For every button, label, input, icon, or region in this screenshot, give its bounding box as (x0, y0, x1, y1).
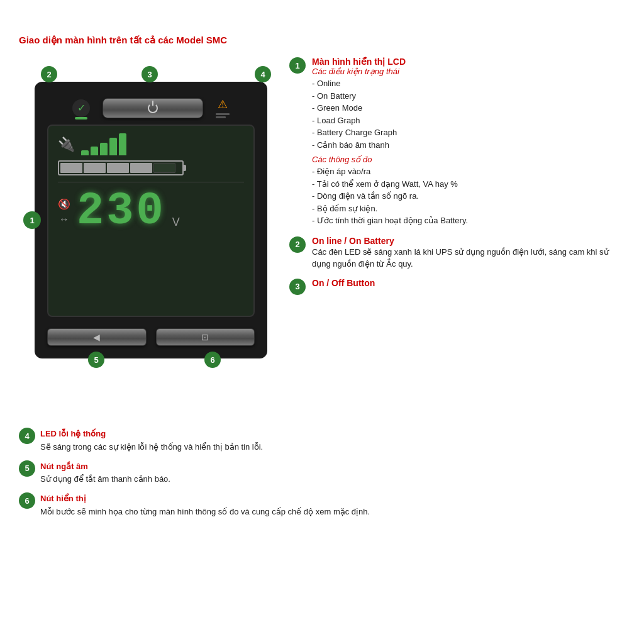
desc-title-3: On / Off Button (312, 278, 629, 288)
sound-mute-icon: 🔇 (58, 198, 70, 210)
bottom-item-4: 4 LED lỗi hệ thống Sẽ sáng trong các sự … (19, 428, 623, 454)
device-bottom-buttons: ◀ ⊡ (47, 328, 255, 346)
lcd-divider (58, 182, 244, 182)
desc-badge-3: 3 (289, 279, 306, 295)
bottom-badge-5: 5 (19, 460, 35, 477)
check-icon: ✓ (77, 102, 86, 114)
on-off-button[interactable] (103, 98, 203, 118)
page-title: Giao diện màn hình trên tất cả các Model… (19, 35, 227, 46)
desc-text-2: Các đèn LED sẽ sáng xanh lá khi UPS sử d… (312, 246, 629, 270)
desc-item-1: 1 Màn hình hiển thị LCD Các điều kiện tr… (289, 57, 629, 228)
desc-content-1: Màn hình hiển thị LCD Các điều kiện trạn… (312, 57, 629, 228)
device-top-bar: ✓ ⚠ (47, 97, 255, 118)
desc-subtitle-1: Các điều kiện trạng thái (312, 67, 629, 76)
mute-button[interactable]: ◀ (47, 328, 147, 346)
load-graph (81, 133, 244, 155)
bottom-descriptions: 4 LED lỗi hệ thống Sẽ sáng trong các sự … (19, 428, 623, 525)
display-button[interactable]: ⊡ (156, 328, 255, 346)
bottom-desc-6: Mỗi bước sẽ minh họa cho từng màn hình t… (40, 507, 370, 516)
battery-cell-5-empty (153, 163, 175, 173)
list-item: - Online (312, 77, 629, 90)
led-online-indicator: ✓ (72, 99, 90, 117)
list-item: - Bộ đếm sự kiện. (312, 203, 629, 215)
battery-cell-1 (60, 163, 82, 173)
battery-body (58, 160, 184, 175)
bottom-title-4: LED lỗi hệ thống (40, 429, 106, 438)
desc-list-1: - Online - On Battery - Green Mode - Loa… (312, 77, 629, 151)
desc-badge-1: 1 (289, 57, 306, 74)
right-description-area: 1 Màn hình hiển thị LCD Các điều kiện tr… (289, 57, 629, 295)
bottom-title-6: Nút hiển thị (40, 494, 86, 503)
warning-bars (216, 113, 230, 118)
callout-badge-5: 5 (88, 352, 104, 368)
list-item: - Dòng điện và tần số ngõ ra. (312, 190, 629, 203)
display-button-icon: ⊡ (201, 332, 209, 342)
lcd-battery-row (58, 160, 244, 175)
callout-badge-2: 2 (41, 66, 57, 82)
list-item: - Load Graph (312, 114, 629, 127)
bottom-text-5: Nút ngắt âm Sử dụng để tắt âm thanh cảnh… (40, 460, 170, 487)
bottom-text-4: LED lỗi hệ thống Sẽ sáng trong các sự ki… (40, 428, 263, 454)
desc-badge-2: 2 (289, 236, 306, 253)
mute-button-icon: ◀ (93, 332, 100, 342)
desc-item-3: 3 On / Off Button (289, 278, 629, 295)
list-item: - Tải có thể xem ở dạng Watt, VA hay % (312, 178, 629, 191)
warning-led: ⚠ (216, 97, 230, 118)
bottom-item-6: 6 Nút hiển thị Mỗi bước sẽ minh họa cho … (19, 492, 623, 519)
desc-item-2: 2 On line / On Battery Các đèn LED sẽ sá… (289, 236, 629, 270)
desc-content-2: On line / On Battery Các đèn LED sẽ sáng… (312, 236, 629, 270)
warning-triangle-icon: ⚠ (218, 97, 228, 111)
desc-list-2: - Điện áp vào/ra - Tải có thể xem ở dạng… (312, 165, 629, 227)
list-item: - Ước tính thời gian hoạt động của Batte… (312, 214, 629, 227)
bottom-title-5: Nút ngắt âm (40, 462, 88, 471)
list-item: - Điện áp vào/ra (312, 165, 629, 178)
battery-cell-3 (107, 163, 129, 173)
plug-icon: 🔌 (58, 136, 75, 153)
bottom-badge-6: 6 (19, 492, 35, 509)
lcd-number-display: 🔇 ↔ 230 V (58, 189, 244, 234)
battery-cell-4 (130, 163, 152, 173)
list-item: - Green Mode (312, 102, 629, 114)
voltage-display: 230 (77, 189, 166, 234)
list-item: - Cảnh báo âm thanh (312, 139, 629, 152)
led-green-bar (75, 117, 87, 119)
bottom-desc-4: Sẽ sáng trong các sự kiện lỗi hệ thống v… (40, 442, 263, 452)
callout-badge-screen: 1 (23, 211, 41, 229)
warning-bar-2 (216, 116, 226, 118)
warning-bar-1 (216, 113, 230, 115)
power-symbol-icon (148, 103, 158, 113)
input-icon: ↔ (59, 214, 69, 225)
load-bar-4 (109, 138, 117, 155)
lcd-side-icons: 🔇 ↔ (58, 198, 70, 225)
callout-badge-6: 6 (204, 352, 221, 368)
volt-unit-label: V (172, 216, 180, 229)
desc-subtitle-2: Các thông số đo (312, 155, 629, 164)
load-bar-5 (119, 133, 126, 155)
ups-device-area: 2 3 4 1 ✓ (19, 57, 283, 402)
list-item: - Battery Charge Graph (312, 126, 629, 139)
bottom-item-5: 5 Nút ngắt âm Sử dụng để tắt âm thanh cả… (19, 460, 623, 487)
callout-badge-4: 4 (255, 66, 271, 82)
desc-title-2: On line / On Battery (312, 236, 629, 246)
load-bar-3 (100, 143, 108, 155)
battery-indicator (58, 160, 244, 175)
lcd-load-row: 🔌 (58, 133, 244, 155)
desc-content-3: On / Off Button (312, 278, 629, 288)
bottom-desc-5: Sử dụng để tắt âm thanh cảnh báo. (40, 474, 170, 484)
load-bar-2 (91, 147, 98, 155)
page-layout: Giao diện màn hình trên tất cả các Model… (0, 0, 644, 644)
list-item: - On Battery (312, 90, 629, 103)
bottom-badge-4: 4 (19, 428, 35, 444)
callout-badge-3: 3 (142, 66, 158, 82)
load-bar-1 (81, 150, 89, 155)
ups-device-body: 1 ✓ ⚠ (35, 82, 267, 358)
lcd-screen: 🔌 (47, 125, 255, 317)
bottom-text-6: Nút hiển thị Mỗi bước sẽ minh họa cho từ… (40, 492, 370, 519)
desc-title-1: Màn hình hiển thị LCD (312, 57, 629, 67)
battery-cell-2 (84, 163, 106, 173)
